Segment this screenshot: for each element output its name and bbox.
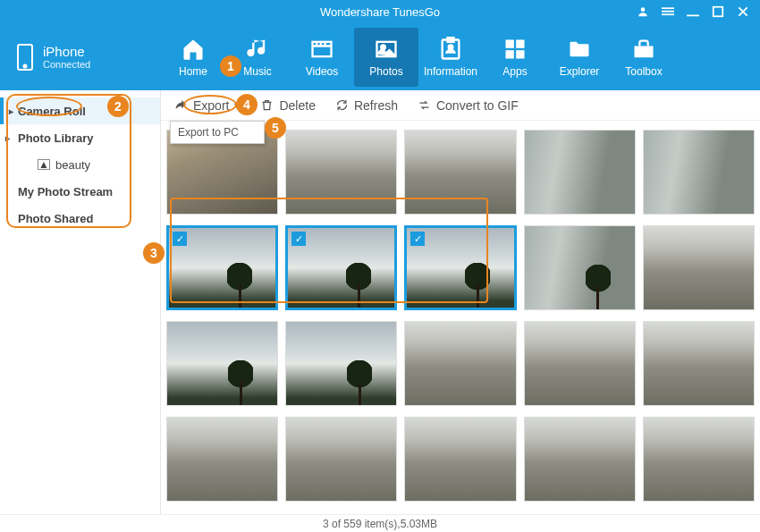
svg-rect-12 [448,38,454,42]
sidebar-item-my-photo-stream[interactable]: My Photo Stream [0,178,160,205]
sidebar-item-label: beauty [55,158,90,172]
photos-icon [374,37,399,62]
chevron-right-icon: ▸ [9,106,13,116]
refresh-icon [335,98,349,112]
trash-icon [260,98,274,112]
music-icon [245,37,270,62]
nav-label: Apps [502,65,527,78]
sidebar-item-beauty[interactable]: ▲beauty [0,151,160,178]
toolbar: Export ▾ Delete Refresh Convert to GIF E… [161,90,760,121]
nav-label: Videos [306,65,338,78]
svg-rect-17 [516,50,524,58]
svg-rect-2 [662,11,674,13]
check-icon: ✓ [291,232,306,246]
user-icon[interactable] [637,5,649,18]
export-to-pc-item[interactable]: Export to PC [171,122,264,143]
check-icon: ✓ [173,232,187,246]
photo-thumb[interactable] [404,417,516,502]
folder-icon [567,37,592,62]
sidebar-item-photo-library[interactable]: ▸Photo Library [0,124,160,151]
device-panel[interactable]: iPhone Connected [0,23,161,90]
photo-thumb[interactable] [524,130,636,215]
close-icon[interactable] [737,5,749,18]
photo-thumb[interactable] [404,130,516,215]
sidebar-item-camera-roll[interactable]: ▸Camera Roll [0,97,160,124]
home-icon [181,37,206,62]
chevron-right-icon: ▸ [5,133,10,143]
photo-thumb-selected[interactable]: ✓ [285,225,397,310]
svg-rect-14 [506,39,514,47]
photo-grid: ✓ ✓ ✓ [161,121,760,514]
convert-label: Convert to GIF [436,98,519,113]
export-label: Export [193,98,229,113]
nav-music[interactable]: Music [225,28,290,87]
delete-label: Delete [279,98,315,113]
photo-thumb[interactable] [643,130,755,215]
svg-point-13 [449,45,453,49]
svg-point-0 [641,7,646,12]
minimize-icon[interactable] [687,5,699,18]
photo-thumb[interactable] [524,225,636,310]
svg-rect-4 [687,15,699,17]
device-name: iPhone [43,44,90,59]
photo-thumb[interactable] [643,225,755,310]
photo-thumb-selected[interactable]: ✓ [404,225,516,310]
export-icon [173,98,188,113]
nav-apps[interactable]: Apps [483,28,547,87]
nav-bar: Home Music Videos Photos Information App… [161,23,760,90]
sidebar-item-label: Photo Library [18,131,94,145]
photo-thumb[interactable] [524,417,636,502]
sidebar-item-label: My Photo Stream [18,185,113,198]
photo-thumb[interactable] [285,417,397,502]
phone-icon [16,43,34,72]
nav-toolbox[interactable]: Toolbox [612,28,676,87]
convert-gif-button[interactable]: Convert to GIF [418,98,519,113]
menu-icon[interactable] [662,5,674,18]
chevron-down-icon: ▾ [234,98,241,113]
sidebar-item-label: Photo Shared [18,212,94,225]
content-area: Export ▾ Delete Refresh Convert to GIF E… [161,90,760,514]
device-status: Connected [43,59,90,70]
photo-thumb-selected[interactable]: ✓ [166,225,278,310]
info-icon [438,37,463,62]
image-icon: ▲ [38,159,50,170]
sidebar: ▸Camera Roll ▸Photo Library ▲beauty My P… [0,90,161,514]
toolbox-icon [631,37,656,62]
photo-thumb[interactable] [166,321,278,406]
photo-thumb[interactable] [404,321,516,406]
nav-label: Music [243,65,271,78]
photo-thumb[interactable] [285,321,397,406]
maximize-icon[interactable] [712,5,724,18]
nav-label: Home [179,65,207,78]
sidebar-item-label: Camera Roll [18,105,86,118]
svg-rect-3 [662,13,674,15]
nav-videos[interactable]: Videos [290,28,354,87]
export-menu: Export to PC [170,121,265,144]
video-icon [309,37,334,62]
app-title: Wondershare TunesGo [320,5,440,19]
nav-information[interactable]: Information [418,28,483,87]
photo-thumb[interactable] [643,417,755,502]
nav-label: Photos [369,65,402,78]
svg-rect-5 [714,7,723,17]
svg-rect-1 [662,7,674,9]
nav-home[interactable]: Home [161,28,225,87]
photo-thumb[interactable] [285,130,397,215]
convert-icon [418,98,431,112]
header: iPhone Connected Home Music Videos Photo… [0,23,760,90]
export-button[interactable]: Export ▾ [173,98,241,113]
delete-button[interactable]: Delete [260,98,315,113]
nav-label: Explorer [560,65,600,78]
nav-explorer[interactable]: Explorer [547,28,612,87]
nav-photos[interactable]: Photos [354,28,418,87]
svg-point-7 [24,64,27,67]
photo-thumb[interactable] [524,321,636,406]
check-icon: ✓ [410,232,425,246]
export-to-pc-label: Export to PC [178,126,239,139]
nav-label: Information [424,65,477,78]
photo-thumb[interactable] [166,417,278,502]
svg-rect-16 [506,50,514,58]
refresh-button[interactable]: Refresh [335,98,398,113]
photo-thumb[interactable] [643,321,755,406]
sidebar-item-photo-shared[interactable]: Photo Shared [0,205,160,232]
